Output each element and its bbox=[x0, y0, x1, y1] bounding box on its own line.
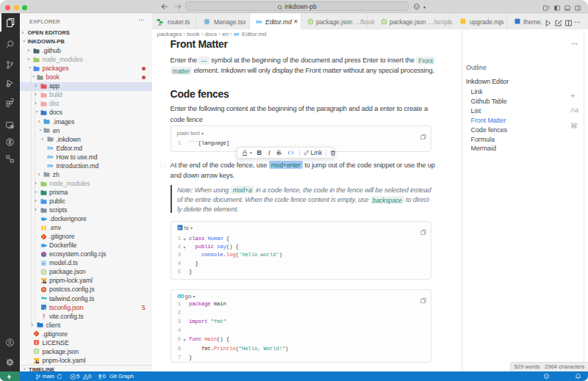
svg-text:m: m bbox=[47, 145, 52, 152]
svg-text:n: n bbox=[42, 261, 44, 266]
svg-text:m: m bbox=[47, 154, 52, 161]
svg-text:m: m bbox=[256, 18, 261, 25]
svg-text:m: m bbox=[234, 31, 238, 36]
svg-text:m: m bbox=[47, 163, 52, 170]
